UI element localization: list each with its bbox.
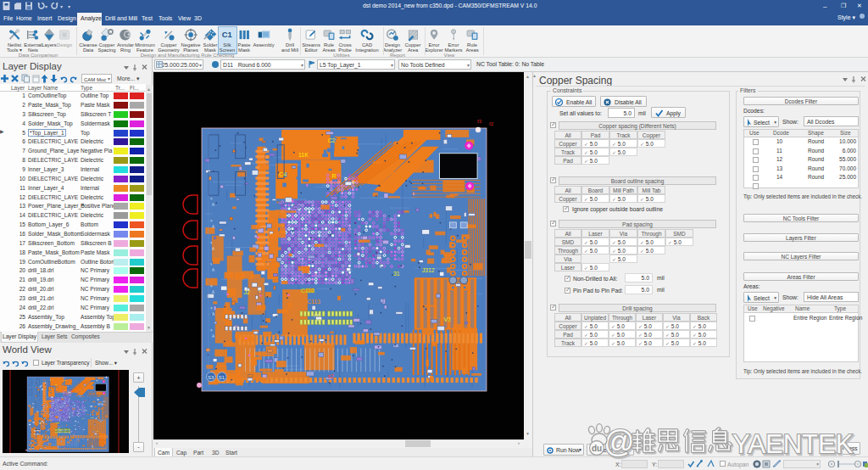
- svg-text:J312: J312: [90, 417, 93, 418]
- svg-text:▾: ▾: [45, 4, 47, 9]
- svg-text:S3: S3: [29, 447, 31, 449]
- svg-text:J2: J2: [244, 289, 250, 295]
- svg-text:11K: 11K: [298, 152, 309, 158]
- svg-text:A: A: [212, 225, 214, 229]
- svg-text:A: A: [212, 203, 214, 207]
- svg-text:du: du: [592, 444, 602, 453]
- svg-text:A: A: [212, 268, 214, 272]
- svg-text:▾: ▾: [68, 4, 70, 9]
- svg-text:s2: s2: [328, 373, 334, 379]
- svg-text:S1: S1: [32, 447, 34, 449]
- svg-text:31: 31: [393, 271, 400, 277]
- svg-text:×: ×: [210, 219, 213, 223]
- svg-text:A: A: [212, 247, 214, 251]
- svg-text:×: ×: [210, 328, 213, 333]
- svg-text:A: A: [212, 312, 214, 316]
- svg-text:V2: V2: [443, 316, 451, 322]
- svg-text:J312: J312: [422, 267, 435, 273]
- svg-text:f3: f3: [477, 119, 482, 124]
- svg-text:J2: J2: [39, 422, 41, 424]
- svg-text:C1: C1: [222, 31, 232, 39]
- svg-text:f2: f2: [489, 121, 494, 126]
- svg-text:A: A: [212, 334, 214, 339]
- svg-text:×: ×: [210, 262, 213, 266]
- svg-text:C110: C110: [301, 288, 314, 294]
- svg-text:C2: C2: [64, 379, 66, 381]
- svg-text:×: ×: [210, 197, 213, 201]
- svg-text:S1: S1: [219, 375, 225, 380]
- svg-text:V2: V2: [97, 430, 98, 432]
- svg-text:R: R: [332, 173, 337, 179]
- svg-text:×: ×: [210, 284, 213, 288]
- svg-text:×: ×: [210, 241, 213, 245]
- svg-text:YAENTEK: YAENTEK: [732, 429, 854, 459]
- svg-text:A: A: [212, 290, 214, 294]
- svg-text:31: 31: [82, 417, 84, 419]
- svg-text:S3: S3: [208, 375, 214, 380]
- svg-text:s2: s2: [64, 446, 65, 448]
- svg-text:×: ×: [210, 306, 213, 311]
- svg-text:C2: C2: [328, 137, 336, 143]
- svg-text:C4: C4: [279, 171, 287, 177]
- svg-text:C113: C113: [307, 299, 320, 305]
- svg-text:▾: ▾: [60, 4, 63, 9]
